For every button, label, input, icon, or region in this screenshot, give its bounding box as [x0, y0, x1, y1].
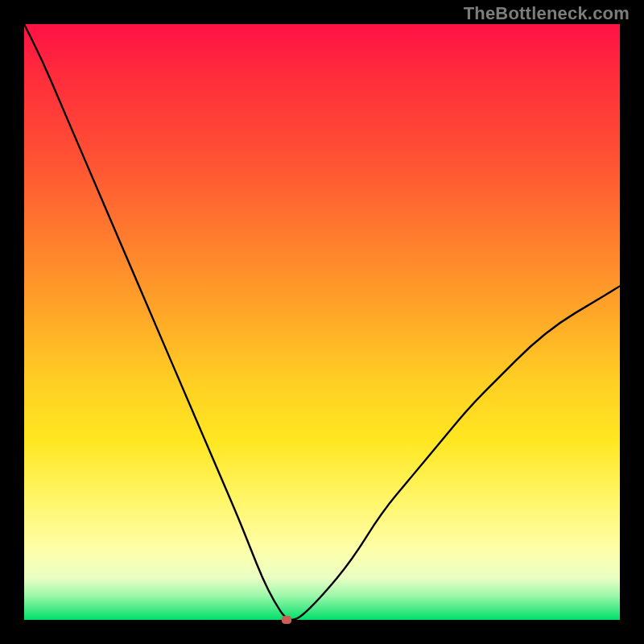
- watermark-label: TheBottleneck.com: [464, 3, 630, 24]
- bottleneck-curve: [24, 24, 620, 620]
- plot-area: [24, 24, 620, 620]
- optimal-point-marker: [282, 616, 291, 624]
- chart-frame: TheBottleneck.com: [0, 0, 644, 644]
